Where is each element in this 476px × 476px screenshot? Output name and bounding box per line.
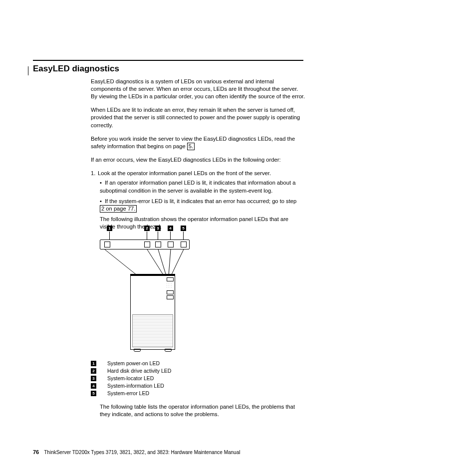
hdd-led-icon [144, 241, 150, 247]
legend-item: 5System-error LED [91, 390, 171, 396]
error-led-icon [181, 241, 187, 247]
list-item: •If the system-error LED is lit, it indi… [100, 198, 305, 213]
callout-number: 4 [168, 226, 173, 231]
paragraph: When LEDs are lit to indicate an error, … [91, 106, 305, 129]
section-heading: EasyLED diagnostics [33, 64, 119, 74]
step-link[interactable]: 2 on page 77. [100, 205, 137, 213]
diagram-legend: 1System power-on LED 2Hard disk drive ac… [91, 360, 171, 398]
paragraph: EasyLED diagnostics is a system of LEDs … [91, 78, 305, 100]
leader-line [109, 232, 110, 239]
legend-text: System power-on LED [107, 360, 160, 366]
legend-text: System-information LED [107, 383, 164, 389]
legend-item: 2Hard disk drive activity LED [91, 368, 171, 374]
info-led-icon [168, 241, 174, 247]
svg-line-4 [171, 249, 184, 275]
item-text: If an operator information panel LED is … [100, 180, 295, 193]
leader-line [147, 232, 147, 239]
legend-text: System-locator LED [107, 375, 154, 381]
leader-line [158, 232, 158, 239]
operator-panel-diagram: 1 2 3 4 5 [100, 226, 200, 352]
bullet-icon: • [100, 198, 105, 205]
page-link[interactable]: 5. [187, 143, 195, 150]
paragraph: If an error occurs, view the EasyLED dia… [91, 156, 305, 164]
leader-line [170, 232, 171, 239]
legend-item: 4System-information LED [91, 383, 171, 389]
legend-text: System-error LED [107, 390, 149, 396]
callout-number: 1 [107, 226, 112, 231]
server-tower-icon: : : :: : :: : : [130, 274, 175, 350]
legend-number: 3 [91, 376, 96, 381]
legend-number: 2 [91, 368, 96, 374]
legend-item: 1System power-on LED [91, 360, 171, 366]
legend-item: 3System-locator LED [91, 375, 171, 381]
horizontal-rule [33, 60, 303, 61]
page-number: 76 [33, 449, 39, 455]
body-column: EasyLED diagnostics is a system of LEDs … [91, 78, 305, 236]
legend-number: 1 [91, 361, 96, 366]
led-panel [100, 239, 190, 249]
bullet-list: •If an operator information panel LED is… [100, 179, 305, 213]
footer-text: ThinkServer TD200x Types 3719, 3821, 382… [44, 450, 240, 455]
paragraph: Before you work inside the server to vie… [91, 135, 305, 151]
leader-line [183, 232, 184, 239]
callout-number: 5 [181, 226, 186, 231]
page: EasyLED diagnostics EasyLED diagnostics … [0, 0, 476, 476]
callout-number: 2 [144, 226, 150, 231]
legend-number: 4 [91, 383, 96, 389]
change-bar [28, 66, 28, 75]
svg-line-0 [105, 249, 137, 275]
bullet-icon: • [100, 179, 105, 187]
svg-line-3 [169, 249, 171, 275]
legend-number: 5 [91, 391, 96, 396]
item-number: 1. [91, 170, 98, 177]
svg-line-1 [147, 249, 164, 275]
svg-line-2 [158, 249, 166, 275]
item-text: If the system-error LED is lit, it indic… [105, 198, 296, 204]
locator-led-icon [155, 241, 161, 247]
page-footer: 76ThinkServer TD200x Types 3719, 3821, 3… [33, 449, 240, 455]
paragraph: The following table lists the operator i… [100, 403, 305, 418]
list-item: •If an operator information panel LED is… [100, 179, 305, 194]
item-text: Look at the operator information panel L… [98, 170, 271, 176]
callout-number: 3 [155, 226, 161, 231]
legend-text: Hard disk drive activity LED [107, 368, 171, 374]
list-item: 1.Look at the operator information panel… [91, 170, 305, 231]
ordered-list: 1.Look at the operator information panel… [91, 170, 305, 231]
power-led-icon [104, 241, 110, 247]
